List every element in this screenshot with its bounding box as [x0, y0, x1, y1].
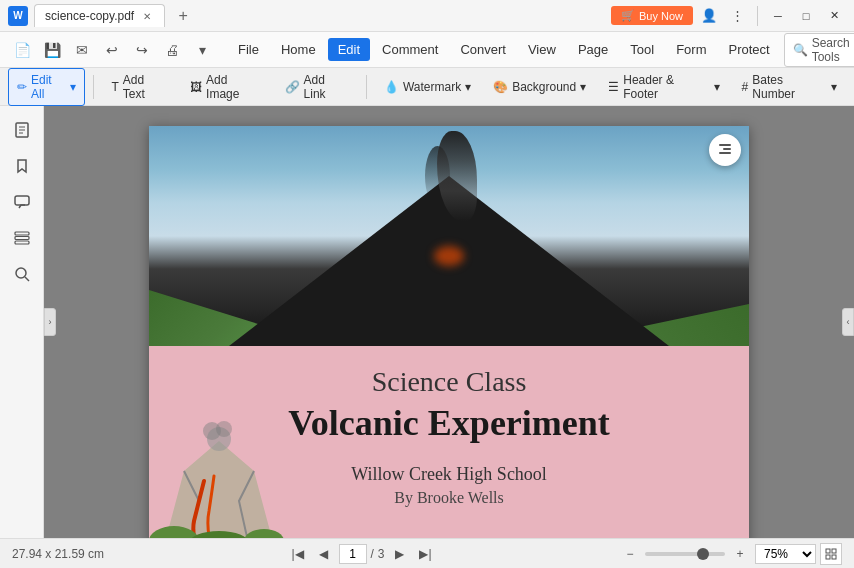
header-footer-icon: ☰: [608, 80, 619, 94]
zoom-controls: − + 75% 50% 100% 125% 150%: [619, 543, 842, 565]
lava-glow: [434, 246, 464, 266]
header-footer-dropdown-icon: ▾: [714, 80, 720, 94]
user-icon[interactable]: 👤: [697, 4, 721, 28]
menu-file[interactable]: File: [228, 38, 269, 61]
app-icon: W: [8, 6, 28, 26]
svg-rect-6: [15, 237, 29, 240]
sidebar-icon-search[interactable]: [6, 258, 38, 290]
fit-page-button[interactable]: [820, 543, 842, 565]
menu-form[interactable]: Form: [666, 38, 716, 61]
toolbar-sep-1: [93, 75, 94, 99]
pdf-content-section: Science Class Volcanic Experiment Willow…: [149, 346, 749, 538]
svg-rect-18: [719, 144, 731, 146]
bates-number-icon: #: [742, 80, 749, 94]
nav-icon-file-open[interactable]: 📄: [8, 36, 36, 64]
new-tab-button[interactable]: +: [171, 4, 195, 28]
watermark-button[interactable]: 💧 Watermark ▾: [375, 75, 480, 99]
search-icon: 🔍: [793, 43, 808, 57]
menu-comment[interactable]: Comment: [372, 38, 448, 61]
zoom-slider-thumb: [697, 548, 709, 560]
title-bar-controls: 🛒 Buy Now 👤 ⋮ ─ □ ✕: [611, 4, 846, 28]
last-page-button[interactable]: ▶|: [415, 543, 437, 565]
close-button[interactable]: ✕: [822, 4, 846, 28]
zoom-dropdown[interactable]: 75% 50% 100% 125% 150%: [755, 544, 816, 564]
zoom-slider[interactable]: [645, 552, 725, 556]
zoom-out-button[interactable]: −: [619, 543, 641, 565]
edit-all-dropdown-icon: ▾: [70, 80, 76, 94]
menu-home[interactable]: Home: [271, 38, 326, 61]
menu-tool[interactable]: Tool: [620, 38, 664, 61]
nav-icon-redo[interactable]: ↪: [128, 36, 156, 64]
watermark-icon: 💧: [384, 80, 399, 94]
left-collapse-toggle[interactable]: ›: [44, 308, 56, 336]
watermark-dropdown-icon: ▾: [465, 80, 471, 94]
nav-icon-save[interactable]: 💾: [38, 36, 66, 64]
menu-convert[interactable]: Convert: [450, 38, 516, 61]
header-footer-button[interactable]: ☰ Header & Footer ▾: [599, 68, 728, 106]
nav-icon-undo[interactable]: ↩: [98, 36, 126, 64]
buy-now-button[interactable]: 🛒 Buy Now: [611, 6, 693, 25]
nav-icon-email[interactable]: ✉: [68, 36, 96, 64]
menu-view[interactable]: View: [518, 38, 566, 61]
add-text-label: Add Text: [123, 73, 168, 101]
add-image-button[interactable]: 🖼 Add Image: [181, 68, 272, 106]
pdf-page: Science Class Volcanic Experiment Willow…: [149, 126, 749, 538]
edit-all-button[interactable]: ✏ Edit All ▾: [8, 68, 85, 106]
search-tools-label: Search Tools: [812, 36, 850, 64]
add-image-icon: 🖼: [190, 80, 202, 94]
title-bar-left: W science-copy.pdf ✕ +: [8, 4, 611, 28]
add-link-label: Add Link: [304, 73, 349, 101]
prev-page-button[interactable]: ◀: [313, 543, 335, 565]
sidebar-icon-bookmarks[interactable]: [6, 150, 38, 182]
minimize-button[interactable]: ─: [766, 4, 790, 28]
svg-rect-5: [15, 232, 29, 235]
menu-edit[interactable]: Edit: [328, 38, 370, 61]
tab-close-button[interactable]: ✕: [140, 9, 154, 23]
zoom-in-button[interactable]: +: [729, 543, 751, 565]
page-dimensions: 27.94 x 21.59 cm: [12, 547, 104, 561]
content-area: › ‹: [44, 106, 854, 538]
current-page-input[interactable]: [339, 544, 367, 564]
svg-rect-22: [832, 555, 836, 559]
svg-point-15: [216, 421, 232, 437]
background-dropdown-icon: ▾: [580, 80, 586, 94]
watermark-label: Watermark: [403, 80, 461, 94]
next-page-button[interactable]: ▶: [389, 543, 411, 565]
add-text-button[interactable]: T Add Text: [102, 68, 177, 106]
tab-filename: science-copy.pdf: [45, 9, 134, 23]
file-icons: 📄 💾 ✉ ↩ ↪ 🖨 ▾: [8, 36, 216, 64]
bates-number-button[interactable]: # Bates Number ▾: [733, 68, 846, 106]
bates-number-dropdown-icon: ▾: [831, 80, 837, 94]
nav-icon-print[interactable]: 🖨: [158, 36, 186, 64]
menu-page[interactable]: Page: [568, 38, 618, 61]
maximize-button[interactable]: □: [794, 4, 818, 28]
add-image-label: Add Image: [206, 73, 263, 101]
menu-protect[interactable]: Protect: [718, 38, 779, 61]
edit-all-icon: ✏: [17, 80, 27, 94]
nav-icon-dropdown[interactable]: ▾: [188, 36, 216, 64]
background-button[interactable]: 🎨 Background ▾: [484, 75, 595, 99]
svg-rect-19: [826, 549, 830, 553]
svg-rect-16: [719, 152, 731, 154]
sidebar-icon-layers[interactable]: [6, 222, 38, 254]
left-sidebar: [0, 106, 44, 538]
right-collapse-toggle[interactable]: ‹: [842, 308, 854, 336]
background-icon: 🎨: [493, 80, 508, 94]
active-tab[interactable]: science-copy.pdf ✕: [34, 4, 165, 27]
cart-icon: 🛒: [621, 9, 635, 22]
search-tools-area[interactable]: 🔍 Search Tools: [784, 33, 854, 67]
edit-all-label: Edit All: [31, 73, 66, 101]
main-layout: › ‹: [0, 106, 854, 538]
floating-edit-button[interactable]: [709, 134, 741, 166]
background-label: Background: [512, 80, 576, 94]
sidebar-icon-pages[interactable]: [6, 114, 38, 146]
sidebar-icon-comments[interactable]: [6, 186, 38, 218]
svg-rect-4: [15, 196, 29, 205]
pdf-volcano-image: [149, 126, 749, 346]
add-link-button[interactable]: 🔗 Add Link: [276, 68, 358, 106]
first-page-button[interactable]: |◀: [287, 543, 309, 565]
page-navigation: |◀ ◀ / 3 ▶ ▶|: [112, 543, 611, 565]
status-bar: 27.94 x 21.59 cm |◀ ◀ / 3 ▶ ▶| − + 75% 5…: [0, 538, 854, 568]
menu-dots-icon[interactable]: ⋮: [725, 4, 749, 28]
svg-line-9: [25, 277, 29, 281]
